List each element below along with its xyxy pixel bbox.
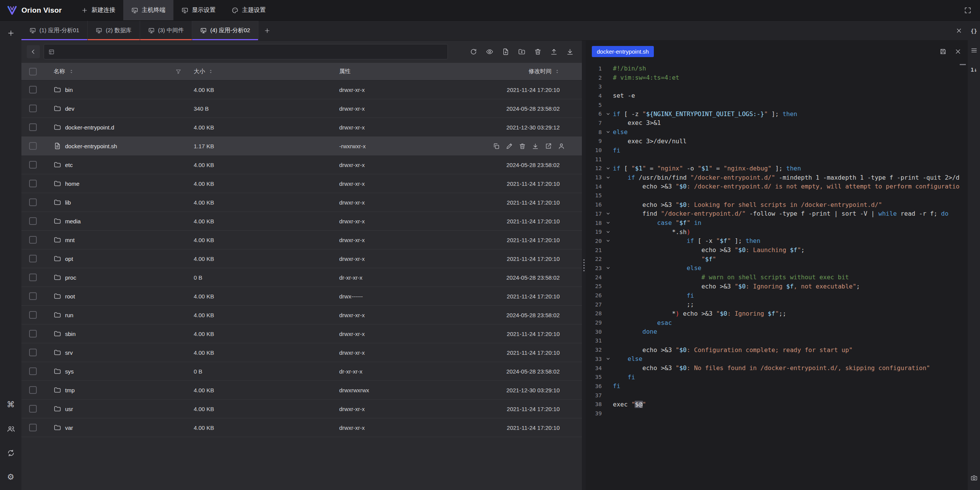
panel-splitter[interactable]: [582, 41, 586, 490]
path-tree-icon[interactable]: [48, 49, 55, 55]
command-button[interactable]: ⌘: [4, 398, 18, 411]
new-tab-button[interactable]: [4, 26, 18, 40]
fold-toggle[interactable]: [603, 175, 613, 180]
column-name[interactable]: 名称: [44, 63, 188, 80]
delete-button[interactable]: [531, 45, 544, 59]
file-row-opt[interactable]: opt4.00 KBdrwxr-xr-x2021-11-24 17:20:10: [21, 249, 582, 268]
path-input[interactable]: [58, 49, 443, 55]
row-checkbox[interactable]: [29, 386, 37, 394]
file-row-mnt[interactable]: mnt4.00 KBdrwxr-xr-x2021-11-24 17:20:10: [21, 231, 582, 249]
menu-item-new-connection[interactable]: 新建连接: [73, 0, 123, 20]
new-tab-button[interactable]: [258, 21, 276, 40]
row-action-delete[interactable]: [519, 143, 526, 150]
row-action-download[interactable]: [532, 143, 539, 150]
code-editor[interactable]: 1#!/bin/sh2# vim:sw=4:ts=4:et34set -e56i…: [586, 62, 968, 490]
file-row-bin[interactable]: bin4.00 KBdrwxr-xr-x2021-11-24 17:20:10: [21, 80, 582, 99]
row-checkbox[interactable]: [29, 180, 37, 187]
file-row-usr[interactable]: usr4.00 KBdrwxr-xr-x2021-11-24 17:20:10: [21, 400, 582, 418]
row-checkbox[interactable]: [29, 424, 37, 431]
sort-lines-button[interactable]: 1↓: [971, 67, 977, 72]
download-button[interactable]: [563, 45, 577, 59]
select-all-checkbox[interactable]: [29, 68, 37, 75]
fold-toggle[interactable]: [603, 238, 613, 243]
fold-toggle[interactable]: [603, 111, 613, 116]
users-button[interactable]: [4, 422, 18, 436]
braces-button[interactable]: {}: [971, 28, 977, 34]
new-file-button[interactable]: [499, 45, 512, 59]
menu-item-display-settings[interactable]: 显示设置: [173, 0, 224, 20]
sort-icon[interactable]: [555, 69, 560, 74]
file-row-etc[interactable]: etc4.00 KBdrwxr-xr-x2024-05-28 23:58:02: [21, 156, 582, 174]
fold-toggle[interactable]: [603, 265, 613, 270]
file-row-proc[interactable]: proc0 Bdr-xr-xr-x2024-05-28 23:58:02: [21, 268, 582, 287]
row-checkbox[interactable]: [29, 349, 37, 356]
fold-toggle[interactable]: [603, 211, 613, 216]
row-checkbox[interactable]: [29, 217, 37, 225]
row-checkbox[interactable]: [29, 274, 37, 281]
fold-toggle[interactable]: [603, 229, 613, 234]
file-row-srv[interactable]: srv4.00 KBdrwxr-xr-x2021-11-24 17:20:10: [21, 343, 582, 362]
fold-toggle[interactable]: [603, 356, 613, 361]
file-row-docker-entrypoint.sh[interactable]: docker-entrypoint.sh1.17 KB-rwxrwxr-x: [21, 137, 582, 156]
row-checkbox[interactable]: [29, 142, 37, 150]
row-checkbox[interactable]: [29, 292, 37, 300]
column-size[interactable]: 大小: [188, 63, 333, 80]
file-row-sbin[interactable]: sbin4.00 KBdrwxr-xr-x2021-11-24 17:20:10: [21, 324, 582, 343]
file-row-run[interactable]: run4.00 KBdrwxr-xr-x2024-05-28 23:58:02: [21, 306, 582, 324]
row-checkbox[interactable]: [29, 105, 37, 112]
screenshot-button[interactable]: [970, 474, 978, 482]
file-row-dev[interactable]: dev340 Bdrwxr-xr-x2024-05-28 23:58:02: [21, 99, 582, 118]
save-icon[interactable]: [939, 48, 947, 55]
row-action-move[interactable]: [545, 143, 552, 150]
file-row-tmp[interactable]: tmp4.00 KBdrwxrwxrwx2021-12-30 03:29:10: [21, 381, 582, 400]
file-size: 1.17 KB: [188, 137, 333, 155]
file-row-root[interactable]: root4.00 KBdrwx------2021-11-24 17:20:10: [21, 287, 582, 306]
file-row-docker-entrypoint.d[interactable]: docker-entrypoint.d4.00 KBdrwxr-xr-x2021…: [21, 118, 582, 137]
filter-icon[interactable]: [175, 69, 181, 75]
preview-button[interactable]: [483, 45, 496, 59]
row-checkbox[interactable]: [29, 405, 37, 413]
sort-icon[interactable]: [69, 69, 74, 74]
list-button[interactable]: [970, 47, 978, 54]
file-attr: drwxr-xr-x: [333, 343, 477, 362]
settings-button[interactable]: ⚙: [4, 470, 18, 484]
row-checkbox[interactable]: [29, 236, 37, 244]
refresh-button[interactable]: [467, 45, 480, 59]
new-folder-button[interactable]: [515, 45, 528, 59]
row-checkbox[interactable]: [29, 367, 37, 375]
row-checkbox[interactable]: [29, 311, 37, 319]
file-row-lib[interactable]: lib4.00 KBdrwxr-xr-x2021-11-24 17:20:10: [21, 193, 582, 212]
editor-file-tag[interactable]: docker-entrypoint.sh: [592, 46, 654, 57]
file-row-sys[interactable]: sys0 Bdr-xr-xr-x2024-05-28 23:58:02: [21, 362, 582, 381]
close-all-button[interactable]: [950, 21, 968, 40]
row-checkbox[interactable]: [29, 123, 37, 131]
row-checkbox[interactable]: [29, 255, 37, 262]
fullscreen-button[interactable]: [961, 3, 975, 17]
row-checkbox[interactable]: [29, 86, 37, 93]
row-action-permission[interactable]: [558, 143, 565, 150]
upload-button[interactable]: [547, 45, 560, 59]
menu-item-host-terminal[interactable]: 主机终端: [123, 0, 173, 20]
terminal-tab-2[interactable]: (2) 数据库: [88, 21, 140, 40]
terminal-tab-3[interactable]: (3) 中间件: [140, 21, 193, 40]
fold-toggle[interactable]: [603, 220, 613, 225]
close-editor-icon[interactable]: [954, 48, 962, 55]
file-row-media[interactable]: media4.00 KBdrwxr-xr-x2021-11-24 17:20:1…: [21, 212, 582, 231]
row-checkbox[interactable]: [29, 198, 37, 206]
sort-icon[interactable]: [208, 69, 213, 74]
row-action-edit[interactable]: [506, 143, 513, 150]
terminal-tab-1[interactable]: (1) 应用-分析01: [21, 21, 88, 40]
terminal-tab-4[interactable]: (4) 应用-分析02: [192, 21, 258, 40]
column-mtime[interactable]: 修改时间: [477, 63, 582, 80]
fold-toggle[interactable]: [603, 129, 613, 134]
file-row-var[interactable]: var4.00 KBdrwxr-xr-x2021-11-24 17:20:10: [21, 418, 582, 437]
fold-toggle[interactable]: [603, 166, 613, 171]
scrollbar-thumb[interactable]: [960, 64, 966, 65]
row-action-copy[interactable]: [493, 143, 500, 150]
sync-button[interactable]: [4, 446, 18, 460]
row-checkbox[interactable]: [29, 330, 37, 338]
row-checkbox[interactable]: [29, 161, 37, 169]
menu-item-theme-settings[interactable]: 主题设置: [224, 0, 274, 20]
file-row-home[interactable]: home4.00 KBdrwxr-xr-x2021-11-24 17:20:10: [21, 174, 582, 193]
back-button[interactable]: [27, 45, 40, 58]
